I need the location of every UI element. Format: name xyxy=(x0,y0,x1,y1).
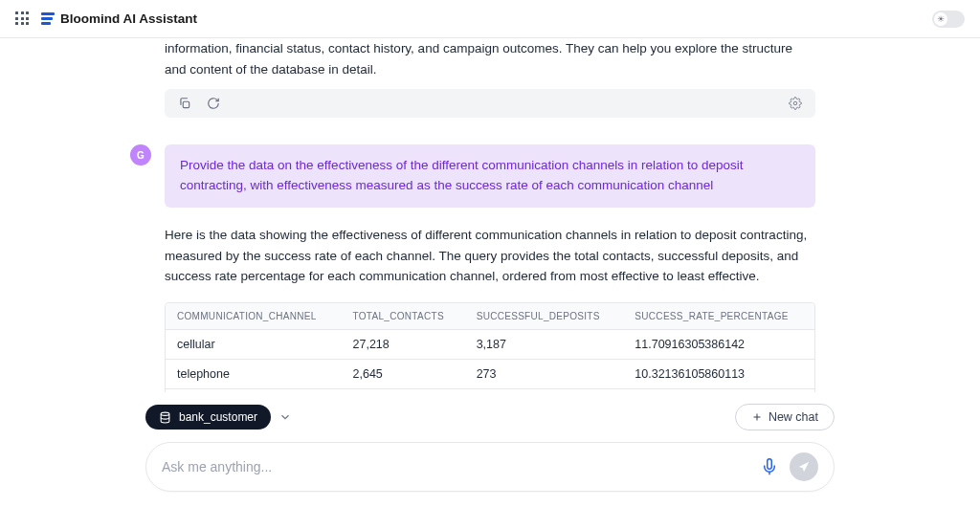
composer-input-row xyxy=(145,442,835,492)
table-cell: 2,645 xyxy=(342,359,465,388)
table-cell: 27,218 xyxy=(342,329,465,359)
table-header-row: COMMUNICATION_CHANNEL TOTAL_CONTACTS SUC… xyxy=(166,303,814,330)
copy-icon[interactable] xyxy=(178,97,191,110)
context-chip[interactable]: bank_customer xyxy=(145,405,271,430)
topbar: Bloomind AI Assistant ☀ xyxy=(0,0,980,38)
plus-icon xyxy=(751,411,763,423)
composer-top-row: bank_customer New chat xyxy=(145,404,835,430)
table-cell: telephone xyxy=(166,359,342,388)
context-chip-group: bank_customer xyxy=(145,405,292,430)
microphone-icon[interactable] xyxy=(761,458,778,475)
table-cell: cellular xyxy=(166,329,342,359)
app-logo: Bloomind AI Assistant xyxy=(41,11,197,26)
svg-point-1 xyxy=(793,101,797,105)
theme-toggle[interactable]: ☀ xyxy=(932,11,965,28)
svg-point-3 xyxy=(161,412,169,415)
apps-grid-icon[interactable] xyxy=(15,11,30,26)
previous-response-tail: information, financial status, contact h… xyxy=(165,38,815,79)
table-header: SUCCESS_RATE_PERCENTAGE xyxy=(623,303,814,330)
refresh-icon[interactable] xyxy=(207,97,220,110)
table-cell: 273 xyxy=(465,359,624,388)
user-avatar: G xyxy=(130,144,151,165)
logo-bars-icon xyxy=(41,12,55,25)
svg-rect-0 xyxy=(183,101,189,107)
user-message-bubble: Provide the data on the effectiveness of… xyxy=(165,144,815,208)
composer-input[interactable] xyxy=(162,459,749,474)
composer-area: bank_customer New chat xyxy=(0,392,980,507)
table-header: COMMUNICATION_CHANNEL xyxy=(166,303,342,330)
table-row: cellular 27,218 3,187 11.70916305386142 xyxy=(166,329,814,359)
table-header: TOTAL_CONTACTS xyxy=(342,303,465,330)
database-icon xyxy=(159,411,171,424)
settings-icon[interactable] xyxy=(789,97,802,110)
topbar-left: Bloomind AI Assistant xyxy=(15,11,197,26)
assistant-intro-text: Here is the data showing the effectivene… xyxy=(165,225,815,287)
send-button[interactable] xyxy=(790,452,818,481)
new-chat-label: New chat xyxy=(768,410,818,424)
context-chip-label: bank_customer xyxy=(179,410,257,424)
table-row: telephone 2,645 273 10.32136105860113 xyxy=(166,359,814,388)
new-chat-button[interactable]: New chat xyxy=(735,404,835,430)
table-cell: 3,187 xyxy=(465,329,624,359)
table-header: SUCCESSFUL_DEPOSITS xyxy=(465,303,624,330)
send-icon xyxy=(797,460,811,474)
user-message-row: G Provide the data on the effectiveness … xyxy=(130,144,815,208)
app-title: Bloomind AI Assistant xyxy=(60,11,197,26)
table-cell: 11.70916305386142 xyxy=(623,329,814,359)
sun-icon: ☀ xyxy=(934,12,947,26)
chevron-down-icon[interactable] xyxy=(278,410,292,424)
message-toolbar-prev xyxy=(165,89,815,118)
toolbar-left xyxy=(178,97,220,110)
table-cell: 10.32136105860113 xyxy=(623,359,814,388)
